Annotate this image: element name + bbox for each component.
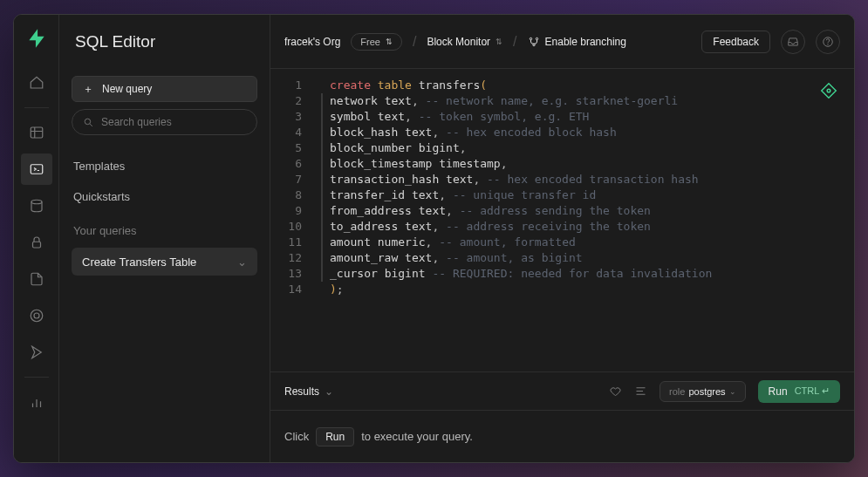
svg-point-14: [530, 37, 531, 39]
your-queries-label: Your queries: [72, 215, 257, 241]
nav-auth-icon[interactable]: [21, 227, 52, 258]
new-query-button[interactable]: ＋ New query: [72, 76, 257, 102]
org-name[interactable]: fracek's Org: [284, 36, 340, 48]
enable-branching-button[interactable]: Enable branching: [528, 36, 626, 48]
run-button[interactable]: Run CTRL ↵: [758, 380, 840, 403]
icon-rail: [14, 15, 59, 462]
svg-point-8: [34, 313, 39, 318]
chevron-down-icon: ⌄: [729, 387, 736, 396]
nav-home-icon[interactable]: [21, 67, 52, 99]
inline-run-chip: Run: [316, 427, 354, 446]
plan-badge[interactable]: Free ⇅: [351, 33, 402, 51]
main-pane: fracek's Org Free ⇅ / Block Monitor ⇅ / …: [270, 15, 854, 462]
role-selector[interactable]: role postgres ⌄: [660, 381, 746, 402]
select-icon: ⇅: [386, 37, 393, 46]
line-gutter: 1234567891011121314: [270, 69, 312, 371]
results-empty-hint: Click Run to execute your query.: [270, 410, 854, 462]
inbox-icon[interactable]: [781, 30, 805, 54]
nav-sql-icon[interactable]: [21, 153, 52, 185]
select-icon: ⇅: [496, 37, 502, 46]
sidebar: SQL Editor ＋ New query Templates Quickst…: [59, 15, 270, 462]
svg-marker-19: [822, 84, 837, 99]
svg-point-18: [828, 44, 829, 44]
query-item-active[interactable]: Create Transfers Table ⌄: [72, 248, 257, 276]
svg-rect-0: [31, 127, 43, 138]
nav-reports-icon[interactable]: [21, 386, 52, 418]
svg-line-13: [90, 124, 92, 126]
topbar: fracek's Org Free ⇅ / Block Monitor ⇅ / …: [270, 15, 854, 69]
chevron-down-icon: ⌄: [237, 256, 247, 269]
results-tab[interactable]: Results ⌄: [284, 385, 333, 398]
nav-realtime-icon[interactable]: [21, 337, 52, 368]
code-content[interactable]: create table transfers(network text, -- …: [312, 69, 854, 371]
code-editor[interactable]: 1234567891011121314 create table transfe…: [270, 69, 854, 371]
svg-rect-6: [32, 242, 40, 248]
format-icon[interactable]: [634, 385, 647, 398]
branch-icon: [528, 36, 540, 48]
supabase-logo: [25, 27, 48, 50]
assist-icon[interactable]: [819, 81, 838, 100]
svg-point-12: [85, 119, 91, 125]
svg-point-20: [827, 89, 830, 92]
results-toolbar: Results ⌄ role postgres ⌄ Run CTRL ↵: [270, 371, 854, 410]
nav-database-icon[interactable]: [21, 190, 52, 221]
search-queries-input[interactable]: [72, 109, 257, 135]
nav-table-icon[interactable]: [21, 117, 52, 148]
favorite-icon[interactable]: [609, 385, 622, 398]
templates-link[interactable]: Templates: [72, 154, 257, 178]
quickstarts-link[interactable]: Quickstarts: [72, 185, 257, 208]
page-title: SQL Editor: [59, 15, 270, 69]
svg-point-5: [31, 200, 42, 204]
app-window: SQL Editor ＋ New query Templates Quickst…: [13, 14, 855, 463]
nav-edge-icon[interactable]: [21, 300, 52, 331]
search-icon: [83, 117, 94, 128]
plus-icon: ＋: [83, 82, 93, 97]
svg-point-15: [536, 37, 537, 39]
project-selector[interactable]: Block Monitor ⇅: [427, 36, 502, 48]
nav-storage-icon[interactable]: [21, 263, 52, 295]
feedback-button[interactable]: Feedback: [701, 31, 770, 53]
svg-point-7: [31, 310, 43, 322]
help-icon[interactable]: [816, 30, 840, 54]
chevron-down-icon: ⌄: [325, 385, 333, 398]
